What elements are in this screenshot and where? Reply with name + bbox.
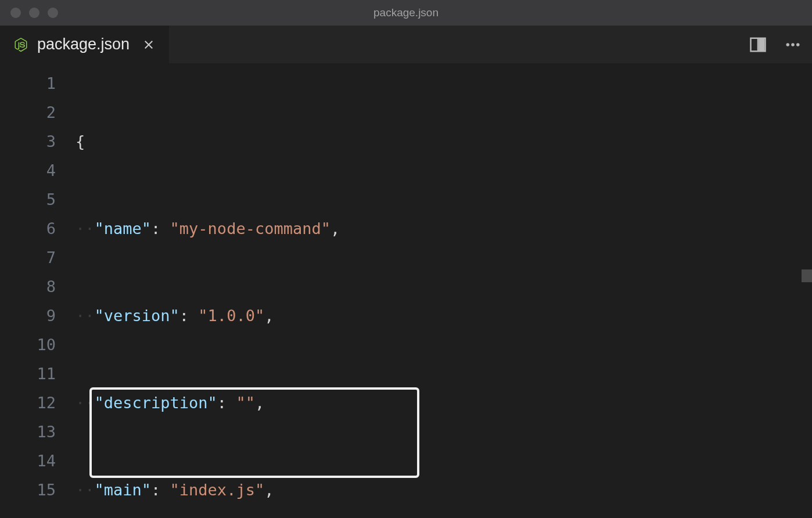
close-tab-icon[interactable]	[141, 37, 156, 52]
traffic-lights	[10, 8, 58, 18]
code-line[interactable]: {	[76, 127, 812, 156]
line-number: 4	[0, 156, 56, 185]
svg-point-5	[796, 43, 800, 46]
line-number: 2	[0, 98, 56, 127]
svg-point-4	[791, 43, 795, 46]
line-number: 13	[0, 418, 56, 447]
line-number: 11	[0, 359, 56, 388]
close-window-icon[interactable]	[10, 8, 21, 18]
tab-bar: package.json	[0, 26, 812, 63]
line-number: 15	[0, 476, 56, 505]
line-number: 3	[0, 127, 56, 156]
code-line[interactable]: ··"name": "my-node-command",	[76, 214, 812, 243]
scroll-indicator[interactable]	[802, 269, 812, 282]
nodejs-icon	[13, 37, 29, 53]
svg-point-3	[786, 43, 790, 46]
title-bar: package.json	[0, 0, 812, 26]
split-editor-icon[interactable]	[749, 36, 767, 53]
tab-actions	[749, 26, 802, 63]
code-editor[interactable]: 1 2 3 4 5 6 7 8 9 10 11 12 13 14 15 { ··…	[0, 69, 812, 518]
svg-rect-2	[759, 39, 764, 51]
window-title: package.json	[373, 6, 439, 19]
line-number: 1	[0, 69, 56, 98]
tab-filename: package.json	[37, 35, 130, 53]
code-line[interactable]: ··"version": "1.0.0",	[76, 301, 812, 330]
line-number: 14	[0, 447, 56, 476]
line-number: 7	[0, 243, 56, 272]
line-number: 9	[0, 301, 56, 330]
line-number: 12	[0, 388, 56, 418]
tab-package-json[interactable]: package.json	[0, 26, 169, 63]
line-number: 6	[0, 214, 56, 243]
code-area[interactable]: { ··"name": "my-node-command", ··"versio…	[76, 69, 812, 518]
code-line[interactable]: ··"description": "",	[76, 388, 812, 418]
line-number-gutter: 1 2 3 4 5 6 7 8 9 10 11 12 13 14 15	[0, 69, 76, 518]
line-number: 10	[0, 330, 56, 359]
line-number: 5	[0, 185, 56, 214]
more-actions-icon[interactable]	[784, 36, 802, 53]
code-line[interactable]: ··"main": "index.js",	[76, 476, 812, 505]
line-number: 8	[0, 272, 56, 301]
maximize-window-icon[interactable]	[48, 8, 58, 18]
minimize-window-icon[interactable]	[29, 8, 39, 18]
